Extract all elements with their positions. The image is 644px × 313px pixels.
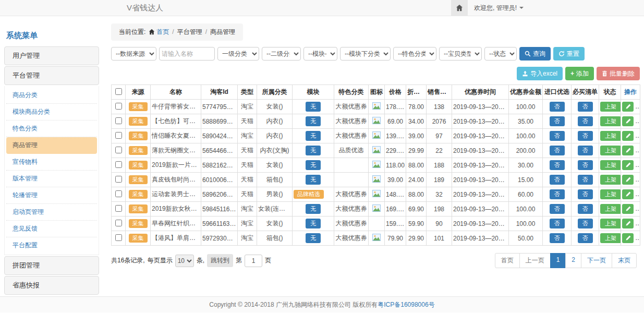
name-search-input[interactable] — [159, 47, 215, 61]
import-pick-button[interactable]: 否 — [550, 204, 565, 214]
add-button[interactable]: + 添加 — [565, 67, 594, 80]
type-cell: 天猫 — [238, 158, 257, 173]
price-cell: 139.00 — [385, 129, 406, 143]
status-button[interactable]: 上架 — [600, 102, 621, 112]
source-badge: 采集 — [129, 146, 148, 155]
sidebar-group[interactable]: 拼团管理 — [4, 256, 99, 275]
status-button[interactable]: 上架 — [600, 233, 621, 243]
page-button[interactable]: 上一页 — [519, 253, 551, 268]
row-checkbox[interactable] — [115, 176, 122, 183]
import-pick-button[interactable]: 否 — [550, 146, 565, 155]
must-buy-button[interactable]: 否 — [578, 189, 593, 199]
sidebar-item[interactable]: 启动页管理 — [6, 204, 97, 221]
filter-select[interactable]: 一级分类 — [217, 47, 259, 61]
sidebar-item[interactable]: 模块商品分类 — [6, 104, 97, 121]
sidebar-item[interactable]: 商品管理 — [6, 137, 97, 154]
edit-button[interactable] — [622, 146, 634, 155]
must-buy-button[interactable]: 否 — [578, 116, 593, 126]
status-button[interactable]: 上架 — [600, 175, 621, 185]
row-checkbox[interactable] — [115, 117, 122, 124]
page-button[interactable]: 首页 — [495, 253, 520, 268]
edit-button[interactable] — [622, 175, 634, 185]
filter-select[interactable]: --状态-- — [484, 47, 517, 61]
home-button[interactable] — [451, 0, 468, 16]
status-button[interactable]: 上架 — [600, 204, 621, 214]
taoke-id-cell: 598451162391 — [201, 202, 238, 216]
row-checkbox[interactable] — [115, 220, 122, 226]
row-checkbox[interactable] — [115, 190, 122, 197]
sidebar: 系统菜单 用户管理平台管理商品分类模块商品分类特色分类商品管理宣传物料版本管理轮… — [4, 26, 99, 296]
jump-button[interactable]: 跳转到 — [207, 254, 233, 267]
import-excel-button[interactable]: 导入excel — [517, 67, 563, 80]
select-all-checkbox[interactable] — [115, 88, 122, 95]
actions-cell — [621, 173, 640, 187]
import-pick-button[interactable]: 否 — [550, 219, 565, 228]
page-button[interactable]: 1 — [550, 253, 566, 268]
sidebar-item[interactable]: 版本管理 — [6, 171, 97, 187]
import-pick-button[interactable]: 否 — [550, 131, 565, 141]
must-buy-button[interactable]: 否 — [578, 102, 593, 112]
sidebar-item[interactable]: 意见反馈 — [6, 221, 97, 237]
sidebar-group[interactable]: 平台管理 — [4, 66, 99, 85]
must-buy-button[interactable]: 否 — [578, 146, 593, 155]
must-buy-button[interactable]: 否 — [578, 175, 593, 185]
sidebar-group[interactable]: 省惠快报 — [4, 276, 99, 295]
edit-button[interactable] — [622, 219, 634, 228]
reset-button[interactable]: 重置 — [553, 47, 585, 61]
page-button[interactable]: 下一页 — [581, 253, 612, 268]
edit-button[interactable] — [622, 204, 634, 214]
row-checkbox[interactable] — [115, 103, 122, 110]
filter-select[interactable]: --模块下分类-- — [340, 47, 391, 61]
edit-button[interactable] — [622, 116, 634, 126]
page-number-input[interactable] — [245, 255, 262, 267]
breadcrumb-home-link[interactable]: 首页 — [156, 28, 169, 35]
page-button[interactable]: 2 — [565, 253, 581, 268]
row-checkbox[interactable] — [115, 205, 122, 212]
import-pick-button[interactable]: 否 — [550, 233, 565, 243]
page-size-select[interactable]: 10 — [175, 255, 194, 267]
source-cell: 采集 — [126, 202, 151, 216]
edit-button[interactable] — [622, 189, 634, 199]
filter-select[interactable]: --数据来源-- — [111, 47, 156, 61]
status-button[interactable]: 上架 — [600, 131, 621, 141]
pager: 首页上一页12下一页末页 — [495, 253, 637, 268]
filter-select[interactable]: --宝贝类型-- — [439, 47, 482, 61]
row-checkbox[interactable] — [115, 147, 122, 153]
icp-link[interactable]: 粤ICP备16098006号 — [378, 301, 434, 308]
sidebar-item[interactable]: 特色分类 — [6, 121, 97, 137]
sidebar-item[interactable]: 宣传物料 — [6, 154, 97, 171]
page-button[interactable]: 末页 — [612, 253, 637, 268]
row-checkbox[interactable] — [115, 161, 122, 168]
import-pick-button[interactable]: 否 — [550, 175, 565, 185]
must-buy-button[interactable]: 否 — [578, 219, 593, 228]
status-button[interactable]: 上架 — [600, 189, 621, 199]
must-buy-button[interactable]: 否 — [578, 131, 593, 141]
batch-delete-button[interactable]: 批量删除 — [597, 67, 640, 80]
must-buy-button[interactable]: 否 — [578, 233, 593, 243]
sidebar-item[interactable]: 轮播管理 — [6, 187, 97, 204]
must-buy-button[interactable]: 否 — [578, 160, 593, 170]
status-button[interactable]: 上架 — [600, 146, 621, 155]
sidebar-item[interactable]: 平台配置 — [6, 237, 97, 254]
edit-button[interactable] — [622, 131, 634, 141]
edit-button[interactable] — [622, 102, 634, 112]
filter-select[interactable]: --二级分类-- — [262, 47, 301, 61]
import-pick-button[interactable]: 否 — [550, 116, 565, 126]
filter-select[interactable]: --模块-- — [303, 47, 337, 61]
import-pick-button[interactable]: 否 — [550, 160, 565, 170]
search-button[interactable]: 查询 — [519, 47, 551, 61]
user-menu[interactable]: 欢迎您, 管理员! — [468, 0, 530, 16]
status-button[interactable]: 上架 — [600, 160, 621, 170]
status-button[interactable]: 上架 — [600, 219, 621, 228]
edit-button[interactable] — [622, 160, 634, 170]
status-button[interactable]: 上架 — [600, 116, 621, 126]
import-pick-button[interactable]: 否 — [550, 102, 565, 112]
filter-select[interactable]: --特色分类-- — [393, 47, 436, 61]
sidebar-item[interactable]: 商品分类 — [6, 87, 97, 104]
import-pick-button[interactable]: 否 — [550, 189, 565, 199]
row-checkbox[interactable] — [115, 132, 122, 139]
must-buy-button[interactable]: 否 — [578, 204, 593, 214]
sidebar-group[interactable]: 用户管理 — [4, 46, 99, 65]
row-checkbox[interactable] — [115, 234, 122, 241]
edit-button[interactable] — [622, 233, 634, 243]
